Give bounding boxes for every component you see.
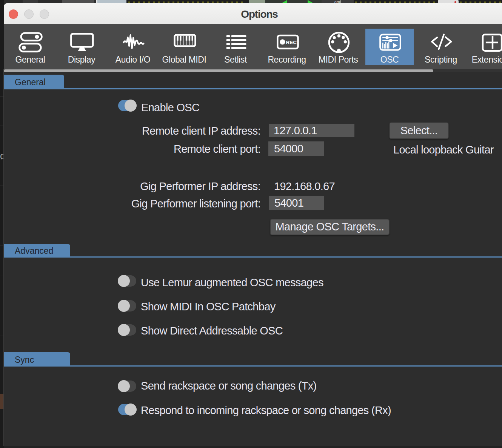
svg-text:REC: REC: [286, 40, 297, 45]
